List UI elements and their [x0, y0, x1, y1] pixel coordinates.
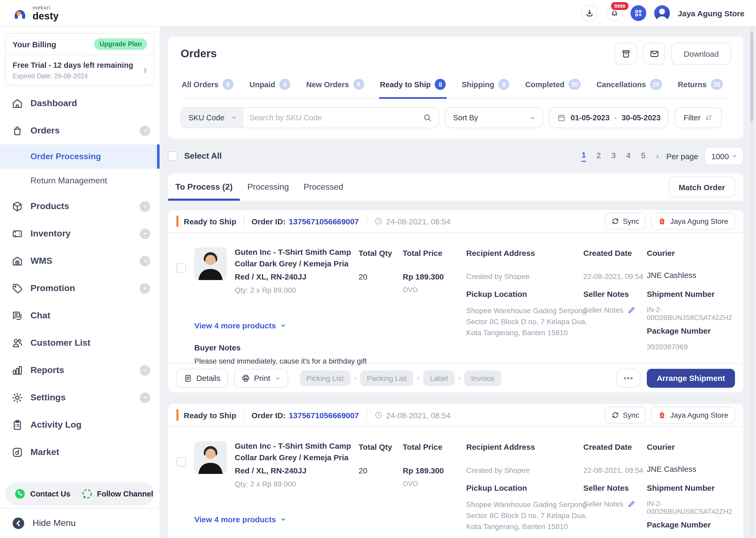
invoice-pill[interactable]: Invoice: [464, 370, 501, 386]
scrollbar-thumb[interactable]: [750, 32, 753, 121]
upgrade-plan-button[interactable]: Upgrade Plan: [94, 38, 147, 50]
tab-all-orders[interactable]: All Orders8: [181, 73, 235, 98]
account-avatar[interactable]: [654, 5, 670, 21]
chevron-down-icon[interactable]: [140, 228, 150, 239]
arrange-shipment-button[interactable]: Arrange Shipment: [647, 369, 735, 388]
chevron-down-icon[interactable]: [140, 201, 150, 211]
sync-button[interactable]: Sync: [605, 407, 646, 423]
sidebar-item-activity-log[interactable]: Activity Log: [0, 411, 160, 438]
apps-menu-button[interactable]: [631, 5, 646, 21]
order-checkbox[interactable]: [176, 457, 186, 466]
sidebar-item-products[interactable]: Products: [0, 192, 160, 220]
status-accent-bar: [176, 409, 178, 421]
filter-sort-icon: [705, 114, 713, 122]
label-pill[interactable]: Label: [423, 370, 455, 386]
picking-list-pill[interactable]: Picking List: [300, 370, 351, 386]
page-2[interactable]: 2: [596, 151, 601, 161]
sidebar-item-order-processing[interactable]: Order Processing: [0, 144, 160, 168]
count-badge: 20: [650, 79, 662, 90]
sync-button[interactable]: Sync: [605, 213, 646, 230]
order-id-link[interactable]: 1375671056669007: [289, 410, 359, 419]
tab-unpaid[interactable]: Unpaid8: [248, 73, 291, 98]
filter-button[interactable]: Filter: [675, 107, 722, 128]
view-more-products[interactable]: View 4 more products: [194, 321, 286, 330]
tab-completed[interactable]: Completed20: [524, 73, 582, 98]
date-range-picker[interactable]: 01-05-2023 - 30-05-2023: [549, 107, 668, 128]
email-button[interactable]: [643, 42, 665, 65]
sort-by-dropdown[interactable]: Sort By: [445, 107, 543, 128]
sidebar-item-dashboard[interactable]: Dashboard: [0, 89, 160, 117]
more-actions-button[interactable]: •••: [616, 369, 640, 388]
details-button[interactable]: Details: [176, 369, 228, 388]
chevron-down-icon[interactable]: [140, 256, 150, 266]
col-pickup: Pickup Location Shopee Warehouse Gading …: [466, 483, 592, 532]
match-order-button[interactable]: Match Order: [669, 177, 735, 197]
chevron-down-icon: [274, 375, 281, 381]
sidebar-item-reports[interactable]: Reports: [0, 356, 160, 384]
scrollbar[interactable]: [750, 27, 753, 538]
select-all-checkbox[interactable]: [168, 151, 177, 161]
sync-icon: [612, 411, 619, 419]
count-badge: 8: [498, 79, 509, 90]
date-start: 01-05-2023: [571, 114, 609, 122]
view-more-products[interactable]: View 4 more products: [194, 515, 286, 524]
store-button[interactable]: S Jaya Agung Store: [651, 213, 735, 230]
page-1[interactable]: 1: [582, 150, 586, 162]
per-page-label: Per page: [666, 152, 698, 161]
product-photo: [194, 247, 227, 280]
search-input[interactable]: [243, 114, 423, 122]
follow-channel-button[interactable]: Follow Channel: [80, 488, 154, 500]
sidebar-item-return-management[interactable]: Return Management: [0, 168, 160, 192]
total-price-value: Rp 189.300: [403, 272, 444, 281]
sidebar-item-inventory[interactable]: Inventory: [0, 220, 160, 247]
tab-ready-to-ship[interactable]: Ready to Ship8: [379, 73, 447, 98]
download-header-button[interactable]: [581, 5, 598, 22]
chevron-down-icon: [529, 114, 536, 121]
sku-code-dropdown[interactable]: SKU Code: [181, 108, 243, 128]
clock-icon: [374, 411, 382, 419]
contact-us-button[interactable]: Contact Us: [5, 488, 79, 500]
print-button[interactable]: Print: [234, 369, 288, 388]
tab-to-process[interactable]: To Process (2): [168, 173, 240, 201]
sidebar-item-promotion[interactable]: Promotion: [0, 275, 160, 302]
pickup-address: Shopee Warehouse Gading Serpong Sector 8…: [466, 305, 588, 338]
chevron-down-icon[interactable]: [140, 365, 150, 375]
tab-shipping[interactable]: Shipping8: [461, 73, 510, 98]
pencil-edit-icon[interactable]: [628, 306, 636, 314]
pencil-edit-icon[interactable]: [628, 500, 636, 508]
document-icon: [184, 374, 192, 382]
sidebar-item-chat[interactable]: Chat: [0, 302, 160, 329]
page-3[interactable]: 3: [611, 151, 616, 161]
archive-button[interactable]: [615, 42, 637, 65]
sidebar-item-market[interactable]: Market: [0, 438, 160, 466]
page-5[interactable]: 5: [641, 151, 645, 161]
order-checkbox[interactable]: [176, 263, 186, 273]
billing-plan-row[interactable]: Free Trial - 12 days left remaining Expi…: [6, 55, 154, 85]
notifications-button[interactable]: 9999: [606, 5, 623, 22]
per-page-dropdown[interactable]: 1000: [705, 147, 743, 165]
order-card-footer: Details Print Picking List › Packing Lis…: [168, 363, 743, 393]
tab-processed[interactable]: Processed: [296, 173, 351, 201]
sidebar-item-orders[interactable]: Orders: [0, 117, 160, 144]
chevron-down-icon[interactable]: [140, 125, 150, 136]
chevron-down-icon[interactable]: [140, 283, 150, 294]
chevron-down-icon[interactable]: [140, 392, 150, 403]
sidebar-item-customer-list[interactable]: Customer List: [0, 329, 160, 356]
tab-new-orders[interactable]: New Orders8: [305, 73, 365, 98]
hide-menu-button[interactable]: Hide Menu: [0, 508, 160, 538]
tab-cancellations[interactable]: Cancellations20: [595, 73, 663, 98]
count-badge: 8: [280, 79, 291, 90]
tab-returns[interactable]: Returns20: [677, 73, 724, 98]
order-id-link[interactable]: 1375671056669007: [289, 217, 359, 226]
next-page-button[interactable]: ›: [656, 151, 659, 161]
packing-list-pill[interactable]: Packing List: [360, 370, 413, 386]
tab-processing[interactable]: Processing: [240, 173, 296, 201]
download-button[interactable]: Download: [672, 42, 731, 65]
sidebar-item-wms[interactable]: WMS: [0, 247, 160, 275]
page-4[interactable]: 4: [626, 151, 631, 161]
account-name[interactable]: Jaya Agung Store: [678, 9, 744, 18]
brand-logo[interactable]: mekari desty: [12, 5, 59, 22]
store-button[interactable]: S Jaya Agung Store: [651, 407, 735, 423]
total-price-value: Rp 189.300: [403, 466, 444, 475]
sidebar-item-settings[interactable]: Settings: [0, 384, 160, 411]
